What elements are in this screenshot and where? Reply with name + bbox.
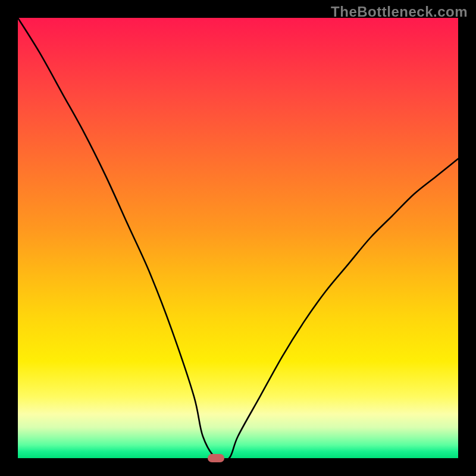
curve-svg bbox=[18, 18, 458, 458]
bottleneck-curve bbox=[18, 18, 458, 458]
plot-area bbox=[18, 18, 458, 458]
chart-frame: TheBottleneck.com bbox=[0, 0, 476, 476]
optimum-marker bbox=[208, 454, 224, 462]
